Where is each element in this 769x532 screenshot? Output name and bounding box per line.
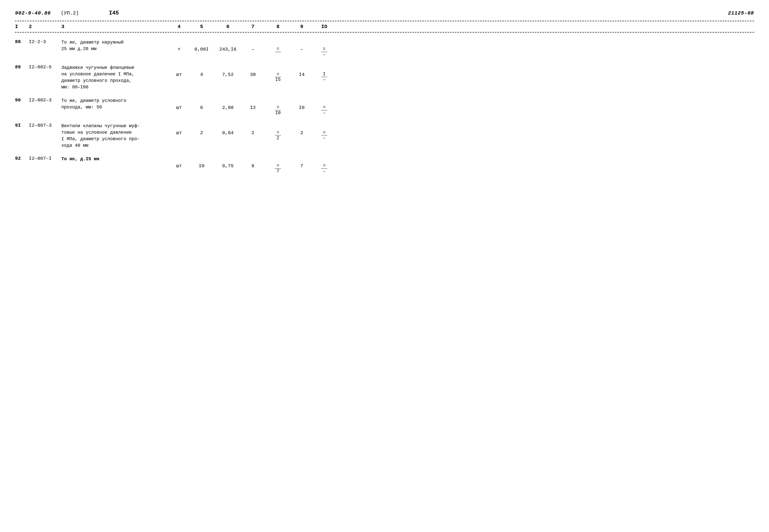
row-92-code: I2–807–I xyxy=(29,156,61,161)
row-90-frac10-num: = xyxy=(321,105,327,110)
row-92-val6: 0,75 xyxy=(214,156,242,169)
table-row: 88 I2-2-3 То же, диаметр наружный25 мм д… xyxy=(15,35,754,62)
row-88-fraction8: = xyxy=(275,47,281,57)
row-89-desc: Задвижки чугунные фланцевыена условное д… xyxy=(61,64,169,90)
doc-code: 902-9-40.86 xyxy=(15,10,51,16)
row-88-frac8-num: = xyxy=(275,47,281,52)
row-91-frac10-den: – xyxy=(321,135,327,141)
row-91-fraction8: = 2 xyxy=(275,130,281,141)
row-89-frac8-num: = xyxy=(275,72,281,77)
row-89-val6: 7,52 xyxy=(214,64,242,77)
col-header-3: 3 xyxy=(61,24,169,30)
row-88-val6: 243,I6 xyxy=(214,39,242,52)
row-88-frac10-num: = xyxy=(321,47,327,52)
row-92-val8: = 7 xyxy=(264,156,292,174)
row-89-unit: шт xyxy=(169,64,189,77)
row-90-val8: = I0 xyxy=(264,97,292,116)
row-88-desc: То же, диаметр наружный25 мм д.20 мм xyxy=(61,39,169,52)
row-91-frac10-num: = xyxy=(321,130,327,136)
row-89-frac8-den: I5 xyxy=(275,77,281,82)
row-88-val9: – xyxy=(292,39,312,52)
row-88-val7: – xyxy=(242,39,264,52)
row-90-fraction8: = I0 xyxy=(275,105,281,116)
row-92-val9: 7 xyxy=(292,156,312,169)
row-92-fraction10: = – xyxy=(321,163,327,174)
col-header-6: 6 xyxy=(214,24,242,30)
row-90-unit: шт xyxy=(169,97,189,110)
page-num: I45 xyxy=(109,10,119,16)
row-92-frac10-den: – xyxy=(321,169,327,174)
doc-sub: (УП.2) xyxy=(61,10,79,16)
row-91-fraction10: = – xyxy=(321,130,327,141)
row-88-val8: = xyxy=(264,39,292,57)
header-divider xyxy=(15,32,754,33)
row-90-val6: 2,08 xyxy=(214,97,242,110)
row-88-code: I2-2-3 xyxy=(29,39,61,45)
row-90-qty: 6 xyxy=(189,97,214,110)
col-header-9: 9 xyxy=(292,24,312,30)
row-90-code: I2–802–3 xyxy=(29,97,61,103)
row-90-frac8-den: I0 xyxy=(275,110,281,116)
col-header-10: IO xyxy=(312,24,337,30)
row-92-frac8-num: = xyxy=(275,163,281,169)
right-code: 21125-08 xyxy=(728,10,754,16)
row-89-frac10-num: I xyxy=(321,72,327,77)
row-89-frac10-den: – xyxy=(321,77,327,82)
row-91-val9: 2 xyxy=(292,123,312,136)
row-89-qty: 4 xyxy=(189,64,214,77)
row-91-num: 9I xyxy=(15,123,29,128)
row-88-frac8-den xyxy=(275,52,281,57)
row-90-val10: = – xyxy=(312,97,337,116)
row-89-code: I2–802–5 xyxy=(29,64,61,70)
row-91-frac8-num: = xyxy=(275,130,281,136)
col-header-1: I xyxy=(15,24,29,30)
row-90-desc: То же, диаметр условногопрохода, мм: 50 xyxy=(61,97,169,110)
row-91-code: I2–807–3 xyxy=(29,123,61,128)
row-89-fraction8: = I5 xyxy=(275,72,281,83)
col-header-8: 8 xyxy=(264,24,292,30)
row-88-unit: т xyxy=(169,39,189,52)
row-92-desc: То же, д.I5 мм xyxy=(61,156,169,162)
row-89-val8: = I5 xyxy=(264,64,292,83)
column-headers: I 2 3 4 5 6 7 8 9 IO xyxy=(15,21,754,32)
row-91-val10: = – xyxy=(312,123,337,141)
row-88-val10: = – xyxy=(312,39,337,57)
row-91-val8: = 2 xyxy=(264,123,292,141)
row-92-fraction8: = 7 xyxy=(275,163,281,174)
row-90-frac10-den: – xyxy=(321,110,327,116)
row-90-val7: I2 xyxy=(242,97,264,110)
row-89-val10: I – xyxy=(312,64,337,83)
row-89-fraction10: I – xyxy=(321,72,327,83)
row-91-frac8-den: 2 xyxy=(275,135,281,141)
col-header-4: 4 xyxy=(169,24,189,30)
table-row: 89 I2–802–5 Задвижки чугунные фланцевыен… xyxy=(15,62,754,95)
col-header-2: 2 xyxy=(29,24,61,30)
row-91-qty: 2 xyxy=(189,123,214,136)
page-header: 902-9-40.86 (УП.2) I45 21125-08 xyxy=(15,10,754,16)
row-88-frac10-den: – xyxy=(321,52,327,57)
row-90-frac8-num: = xyxy=(275,105,281,110)
row-91-unit: шт xyxy=(169,123,189,136)
table-row: 92 I2–807–I То же, д.I5 мм шт I0 0,75 8 … xyxy=(15,153,754,179)
row-88-qty: 0,00I xyxy=(189,39,214,52)
row-92-unit: шт xyxy=(169,156,189,169)
row-92-frac10-num: = xyxy=(321,163,327,169)
row-92-num: 92 xyxy=(15,156,29,161)
col-header-5: 5 xyxy=(189,24,214,30)
row-88-fraction10: = – xyxy=(321,47,327,57)
row-92-val7: 8 xyxy=(242,156,264,169)
row-91-desc: Вентили клапаны чугунные муф-товые на ус… xyxy=(61,123,169,149)
row-88-num: 88 xyxy=(15,39,29,45)
row-90-val9: I0 xyxy=(292,97,312,110)
row-92-frac8-den: 7 xyxy=(275,169,281,174)
table-body: 88 I2-2-3 То же, диаметр наружный25 мм д… xyxy=(15,35,754,179)
row-92-val10: = – xyxy=(312,156,337,174)
row-92-qty: I0 xyxy=(189,156,214,169)
table-row: 9I I2–807–3 Вентили клапаны чугунные муф… xyxy=(15,120,754,153)
row-89-val7: 30 xyxy=(242,64,264,77)
row-89-val9: I4 xyxy=(292,64,312,77)
row-89-num: 89 xyxy=(15,64,29,70)
col-header-7: 7 xyxy=(242,24,264,30)
row-91-val6: 0,84 xyxy=(214,123,242,136)
row-90-num: 90 xyxy=(15,97,29,103)
